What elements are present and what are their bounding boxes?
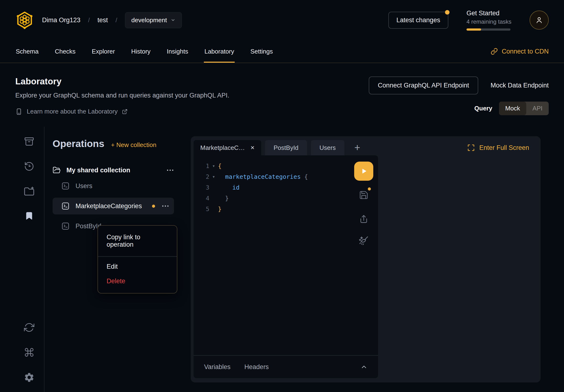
bookmark-icon[interactable] — [25, 211, 34, 220]
line-number: 3 — [203, 182, 209, 193]
folder-open-icon — [53, 166, 61, 174]
tab-explorer[interactable]: Explorer — [91, 40, 115, 63]
enter-fullscreen-button[interactable]: Enter Full Screen — [467, 144, 529, 152]
code-token: } — [225, 193, 229, 204]
operation-item-marketplace-categories[interactable]: MarketplaceCategories — [53, 198, 174, 214]
code-token: { — [304, 171, 308, 182]
page-subtitle: Explore your GraphQL schema and run quer… — [15, 92, 229, 99]
fullscreen-icon — [467, 144, 475, 152]
collection-overflow-menu-icon[interactable] — [166, 168, 174, 172]
external-link-icon — [122, 109, 128, 114]
operation-label: MarketplaceCategories — [76, 202, 142, 210]
add-tab-button[interactable]: + — [350, 143, 365, 153]
run-query-button[interactable] — [354, 162, 373, 181]
command-icon[interactable] — [24, 347, 34, 358]
editor-bottom-bar: Variables Headers — [193, 355, 378, 378]
get-started-title: Get Started — [467, 10, 511, 17]
code-token — [218, 193, 225, 204]
play-icon — [359, 167, 368, 175]
fold-spacer — [209, 182, 218, 193]
line-number: 2 — [203, 171, 209, 182]
editor-tabs: MarketplaceC… × PostById Users + — [193, 140, 365, 155]
operation-overflow-menu-icon[interactable] — [162, 204, 169, 208]
new-folder-icon[interactable] — [24, 186, 35, 197]
tab-checks[interactable]: Checks — [54, 40, 76, 63]
collection-name: My shared collection — [67, 167, 130, 174]
connect-to-cdn-link[interactable]: Connect to CDN — [491, 40, 549, 63]
editor-actions — [349, 155, 378, 355]
laboratory-main: Operations + New collection My shared co… — [0, 127, 564, 392]
editor-tab-label: PostById — [274, 144, 299, 152]
editor-main: 1 ▾ { 2 ▾ marketplaceCategories { 3 — [193, 155, 378, 355]
code-token — [301, 171, 304, 182]
history-icon[interactable] — [24, 161, 34, 172]
get-started-widget[interactable]: Get Started 4 remaining tasks — [467, 10, 511, 31]
operation-item-users[interactable]: Users — [53, 178, 174, 194]
operation-icon — [61, 222, 70, 230]
enter-fullscreen-label: Enter Full Screen — [479, 144, 529, 152]
laboratory-editor-panel: MarketplaceC… × PostById Users + Enter F… — [191, 136, 541, 382]
collection-header[interactable]: My shared collection — [53, 166, 174, 174]
fold-toggle-icon[interactable]: ▾ — [209, 171, 218, 182]
latest-changes-label: Latest changes — [397, 16, 440, 24]
query-editor: 1 ▾ { 2 ▾ marketplaceCategories { 3 — [193, 155, 378, 378]
get-started-subtitle: 4 remaining tasks — [467, 18, 511, 25]
save-icon — [359, 190, 369, 200]
fold-toggle-icon[interactable]: ▾ — [209, 161, 218, 171]
chevron-up-icon[interactable] — [360, 363, 368, 370]
topbar-right: Latest changes Get Started 4 remaining t… — [388, 10, 549, 31]
editor-tab-users[interactable]: Users — [311, 140, 344, 155]
tab-laboratory[interactable]: Laboratory — [204, 40, 234, 63]
tool-rail-top — [24, 136, 35, 220]
environment-select[interactable]: development — [125, 12, 182, 28]
breadcrumb-project[interactable]: test — [97, 16, 108, 24]
prettify-broom-icon[interactable] — [358, 235, 369, 246]
variables-tab[interactable]: Variables — [204, 363, 231, 371]
close-icon[interactable]: × — [250, 144, 254, 151]
tab-settings[interactable]: Settings — [250, 40, 273, 63]
environment-select-value: development — [131, 16, 167, 24]
tab-insights[interactable]: Insights — [166, 40, 189, 63]
latest-changes-button[interactable]: Latest changes — [388, 12, 448, 29]
operations-header: Operations + New collection — [53, 138, 174, 149]
fold-spacer — [209, 204, 218, 214]
tab-schema[interactable]: Schema — [15, 40, 39, 63]
code-line: 4 } — [203, 193, 349, 204]
breadcrumb-org[interactable]: Dima Org123 — [42, 16, 81, 24]
code-area[interactable]: 1 ▾ { 2 ▾ marketplaceCategories { 3 — [193, 155, 349, 355]
editor-tab-post-by-id[interactable]: PostById — [265, 140, 307, 155]
context-menu-edit[interactable]: Edit — [98, 257, 177, 274]
archive-icon[interactable] — [24, 136, 34, 147]
operation-icon — [61, 202, 70, 210]
operation-icon — [61, 182, 70, 190]
context-menu-delete[interactable]: Delete — [98, 274, 177, 293]
book-icon — [15, 108, 22, 115]
line-number: 1 — [203, 161, 209, 171]
avatar[interactable] — [530, 11, 549, 30]
editor-tab-marketplace[interactable]: MarketplaceC… × — [193, 140, 261, 155]
editor-panel-body: 1 ▾ { 2 ▾ marketplaceCategories { 3 — [191, 155, 541, 382]
query-mode-mock[interactable]: Mock — [499, 102, 526, 115]
query-mode-api[interactable]: API — [526, 102, 549, 115]
share-icon[interactable] — [359, 214, 369, 224]
unsaved-changes-dot — [368, 187, 371, 191]
context-menu-copy-link[interactable]: Copy link to operation — [98, 226, 177, 256]
headers-tab[interactable]: Headers — [245, 363, 269, 371]
new-collection-button[interactable]: + New collection — [111, 141, 156, 149]
query-mode-toggle: Mock API — [499, 102, 549, 115]
refresh-icon[interactable] — [24, 322, 34, 333]
learn-more-link[interactable]: Learn more about the Laboratory — [15, 108, 229, 115]
page-title: Laboratory — [15, 76, 229, 86]
hive-logo-icon[interactable] — [15, 11, 34, 29]
gear-icon[interactable] — [24, 372, 35, 383]
save-operation-button[interactable] — [359, 190, 369, 201]
mock-data-endpoint-button[interactable]: Mock Data Endpoint — [491, 82, 549, 89]
project-nav: Schema Checks Explorer History Insights … — [0, 40, 564, 63]
line-number: 5 — [203, 204, 209, 214]
operation-label: Users — [76, 182, 93, 190]
editor-tab-bar: MarketplaceC… × PostById Users + Enter F… — [191, 136, 541, 155]
unsaved-changes-dot — [152, 205, 155, 208]
connect-graphql-endpoint-button[interactable]: Connect GraphQL API Endpoint — [369, 76, 478, 94]
tab-history[interactable]: History — [131, 40, 151, 63]
code-token: } — [218, 204, 221, 214]
